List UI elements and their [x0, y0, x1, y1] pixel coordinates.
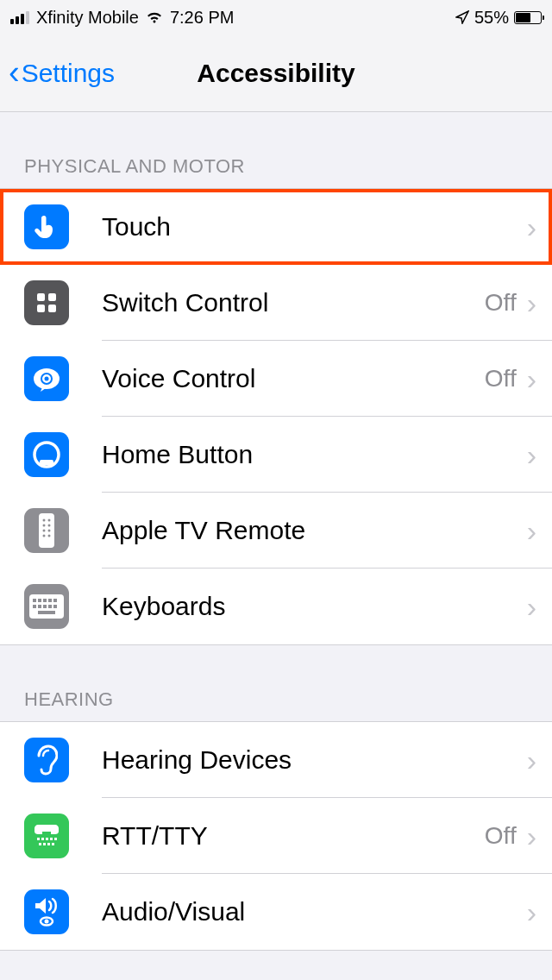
svg-rect-20 — [38, 599, 41, 602]
chevron-right-icon: › — [527, 590, 536, 624]
row-label: Apple TV Remote — [102, 516, 527, 545]
svg-point-17 — [48, 535, 51, 537]
row-voice-control[interactable]: Voice Control Off › — [0, 341, 552, 417]
row-label: Audio/Visual — [102, 897, 527, 927]
chevron-right-icon: › — [527, 438, 536, 472]
status-bar: Xfinity Mobile 7:26 PM 55% — [0, 0, 552, 35]
row-home-button[interactable]: Home Button › — [0, 417, 552, 493]
row-label: Voice Control — [102, 364, 485, 393]
row-label: Touch — [102, 212, 527, 242]
touch-icon — [24, 204, 69, 249]
row-status: Off — [485, 289, 517, 317]
svg-point-6 — [45, 377, 49, 381]
back-button[interactable]: ‹ Settings — [9, 54, 115, 91]
svg-rect-32 — [46, 838, 48, 840]
home-button-icon — [24, 432, 69, 477]
location-arrow-icon — [455, 10, 469, 24]
chevron-right-icon: › — [527, 514, 536, 548]
row-audio-visual[interactable]: Audio/Visual › — [0, 874, 552, 950]
svg-rect-28 — [53, 605, 57, 608]
svg-rect-1 — [48, 293, 56, 301]
carrier-name: Xfinity Mobile — [36, 8, 139, 28]
row-keyboards[interactable]: Keyboards › — [0, 569, 552, 644]
svg-point-12 — [43, 525, 46, 527]
rtt-tty-icon — [24, 814, 69, 858]
row-touch[interactable]: Touch › — [0, 189, 552, 265]
hearing-devices-icon — [24, 738, 69, 782]
svg-rect-27 — [48, 605, 52, 608]
row-apple-tv-remote[interactable]: Apple TV Remote › — [0, 493, 552, 569]
voice-control-icon — [24, 356, 69, 401]
list-hearing: Hearing Devices › RTT/TTY Off › Audio/Vi… — [0, 721, 552, 951]
row-label: Hearing Devices — [102, 745, 527, 775]
svg-rect-36 — [43, 843, 46, 845]
svg-rect-0 — [37, 293, 45, 301]
svg-rect-38 — [52, 843, 54, 845]
svg-rect-33 — [50, 838, 53, 840]
chevron-right-icon: › — [527, 210, 536, 244]
svg-rect-26 — [43, 605, 47, 608]
svg-rect-21 — [43, 599, 47, 602]
svg-rect-25 — [38, 605, 41, 608]
apple-tv-remote-icon — [24, 508, 69, 553]
svg-rect-19 — [33, 599, 36, 602]
row-label: RTT/TTY — [102, 821, 485, 851]
section-header-physical: PHYSICAL AND MOTOR — [0, 112, 552, 188]
chevron-left-icon: ‹ — [9, 54, 20, 91]
svg-rect-3 — [48, 305, 56, 312]
row-status: Off — [485, 365, 517, 393]
svg-rect-24 — [33, 605, 36, 608]
row-switch-control[interactable]: Switch Control Off › — [0, 265, 552, 341]
list-physical: Touch › Switch Control Off › Voice Contr… — [0, 188, 552, 645]
svg-rect-23 — [53, 599, 57, 602]
row-status: Off — [485, 822, 517, 850]
svg-rect-9 — [39, 513, 54, 548]
chevron-right-icon: › — [527, 362, 536, 396]
svg-point-40 — [45, 920, 49, 924]
svg-point-10 — [43, 519, 46, 522]
svg-rect-34 — [54, 838, 57, 840]
keyboards-icon — [24, 584, 69, 629]
page-title: Accessibility — [197, 59, 354, 88]
svg-point-15 — [48, 530, 51, 532]
signal-icon — [10, 11, 29, 24]
switch-control-icon — [24, 280, 69, 325]
svg-rect-35 — [39, 843, 41, 845]
svg-point-16 — [43, 535, 46, 537]
row-label: Switch Control — [102, 288, 485, 317]
svg-rect-22 — [48, 599, 52, 602]
row-label: Home Button — [102, 440, 527, 469]
row-hearing-devices[interactable]: Hearing Devices › — [0, 722, 552, 798]
chevron-right-icon: › — [527, 820, 536, 853]
svg-rect-29 — [38, 611, 55, 614]
row-label: Keyboards — [102, 592, 527, 621]
battery-icon — [514, 11, 542, 24]
svg-rect-30 — [37, 838, 40, 840]
svg-rect-8 — [40, 460, 53, 465]
section-header-hearing: HEARING — [0, 645, 552, 721]
status-time: 7:26 PM — [170, 8, 234, 28]
back-label: Settings — [22, 59, 115, 88]
svg-point-13 — [48, 525, 51, 527]
chevron-right-icon: › — [527, 895, 536, 929]
svg-point-11 — [48, 519, 51, 522]
svg-rect-31 — [41, 838, 44, 840]
svg-rect-2 — [37, 305, 45, 312]
svg-rect-37 — [47, 843, 50, 845]
chevron-right-icon: › — [527, 744, 536, 777]
svg-point-14 — [43, 530, 46, 532]
nav-header: ‹ Settings Accessibility — [0, 35, 552, 112]
row-rtt-tty[interactable]: RTT/TTY Off › — [0, 798, 552, 874]
audio-visual-icon — [24, 889, 69, 934]
wifi-icon — [146, 11, 163, 24]
battery-percent: 55% — [474, 8, 509, 28]
chevron-right-icon: › — [527, 286, 536, 320]
